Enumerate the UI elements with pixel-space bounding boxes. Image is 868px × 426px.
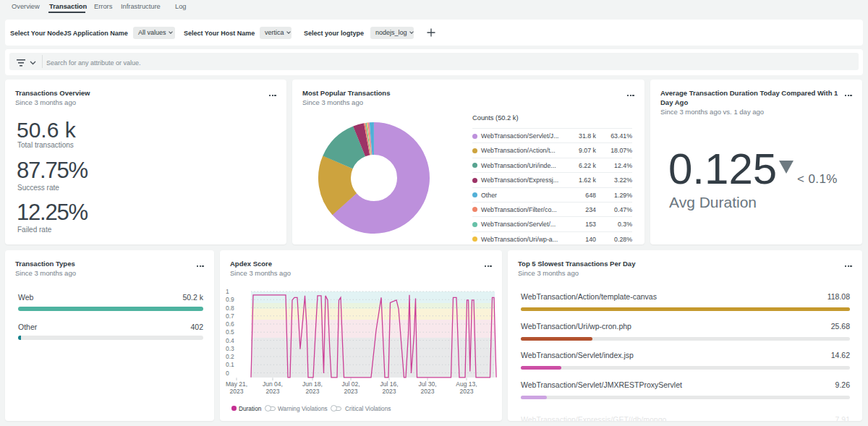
svg-text:Jun 18,: Jun 18, bbox=[302, 380, 323, 388]
svg-text:0: 0 bbox=[226, 370, 229, 377]
svg-text:Jun 04,: Jun 04, bbox=[263, 380, 283, 388]
svg-text:0.9: 0.9 bbox=[226, 296, 234, 303]
svg-text:Jul 02,: Jul 02, bbox=[341, 380, 359, 388]
svg-text:2023: 2023 bbox=[230, 388, 244, 395]
svg-text:Jul 16,: Jul 16, bbox=[380, 380, 398, 388]
svg-text:2023: 2023 bbox=[460, 388, 474, 395]
svg-text:0.8: 0.8 bbox=[226, 304, 234, 312]
svg-text:1: 1 bbox=[226, 288, 229, 295]
svg-text:2023: 2023 bbox=[266, 388, 280, 395]
svg-text:0.6: 0.6 bbox=[226, 320, 234, 328]
svg-text:2023: 2023 bbox=[421, 388, 435, 395]
svg-text:0.3: 0.3 bbox=[226, 345, 234, 352]
svg-text:2023: 2023 bbox=[306, 388, 320, 395]
svg-text:0.7: 0.7 bbox=[226, 312, 234, 320]
svg-text:0.1: 0.1 bbox=[226, 361, 234, 368]
svg-text:May 21,: May 21, bbox=[226, 380, 247, 388]
svg-text:Jul 30,: Jul 30, bbox=[418, 380, 436, 388]
svg-text:Aug 13,: Aug 13, bbox=[456, 380, 477, 388]
svg-text:2023: 2023 bbox=[344, 388, 358, 395]
svg-text:0.4: 0.4 bbox=[226, 337, 234, 344]
svg-text:2023: 2023 bbox=[383, 388, 396, 395]
svg-text:0.2: 0.2 bbox=[226, 353, 234, 360]
svg-text:0.5: 0.5 bbox=[226, 328, 234, 336]
